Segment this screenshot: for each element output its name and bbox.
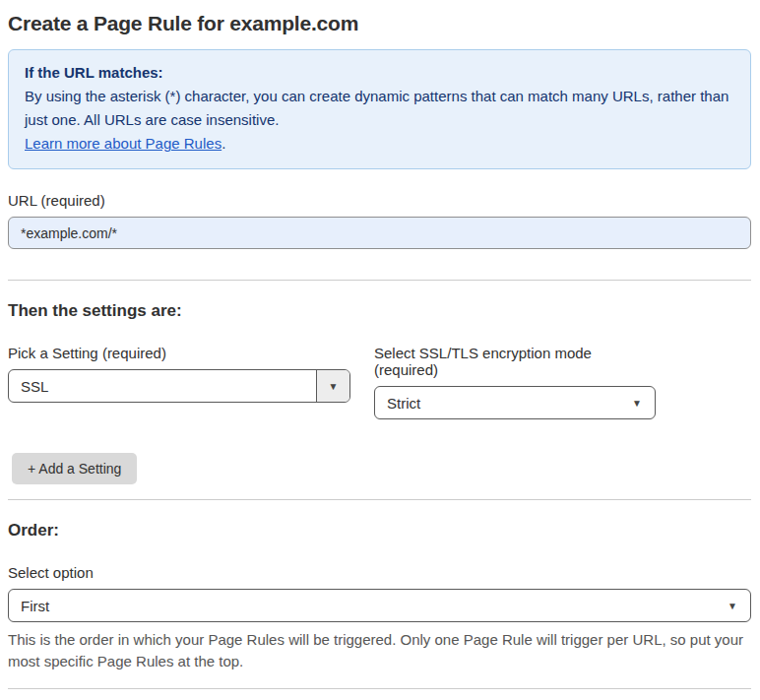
- page-rule-form: Create a Page Rule for example.com If th…: [0, 0, 760, 700]
- section-divider: [8, 280, 751, 281]
- chevron-down-icon: ▼: [715, 601, 750, 611]
- order-select[interactable]: First ▼: [8, 589, 751, 622]
- chevron-down-icon[interactable]: ▼: [316, 370, 349, 402]
- page-title: Create a Page Rule for example.com: [8, 12, 751, 35]
- order-section-heading: Order:: [8, 521, 751, 541]
- learn-more-link[interactable]: Learn more about Page Rules: [25, 135, 222, 152]
- setting-picker-field: Pick a Setting (required) SSL ▼: [8, 345, 350, 419]
- info-box-link-row: Learn more about Page Rules.: [25, 132, 734, 156]
- order-select-label: Select option: [8, 564, 751, 581]
- info-box-body: By using the asterisk (*) character, you…: [25, 85, 734, 132]
- ssl-mode-label: Select SSL/TLS encryption mode (required…: [374, 345, 656, 378]
- ssl-mode-value: Strict: [375, 395, 619, 412]
- order-help-text: This is the order in which your Page Rul…: [8, 629, 744, 672]
- info-box-heading: If the URL matches:: [25, 61, 734, 85]
- ssl-mode-select[interactable]: Strict ▼: [374, 386, 656, 419]
- setting-picker-label: Pick a Setting (required): [8, 345, 350, 361]
- settings-section-heading: Then the settings are:: [8, 301, 751, 321]
- setting-picker-select[interactable]: SSL ▼: [8, 369, 350, 403]
- url-field-label: URL (required): [8, 192, 751, 209]
- url-input[interactable]: [8, 217, 751, 249]
- url-match-info-box: If the URL matches: By using the asteris…: [8, 49, 751, 169]
- ssl-mode-field: Select SSL/TLS encryption mode (required…: [374, 345, 656, 419]
- add-setting-button[interactable]: + Add a Setting: [12, 453, 137, 484]
- footer-divider: [8, 688, 751, 689]
- section-divider: [8, 499, 751, 500]
- settings-row: Pick a Setting (required) SSL ▼ Select S…: [8, 345, 751, 419]
- setting-picker-value: SSL: [9, 378, 316, 395]
- order-select-value: First: [9, 598, 715, 614]
- link-period: .: [222, 135, 225, 152]
- chevron-down-icon: ▼: [619, 398, 655, 409]
